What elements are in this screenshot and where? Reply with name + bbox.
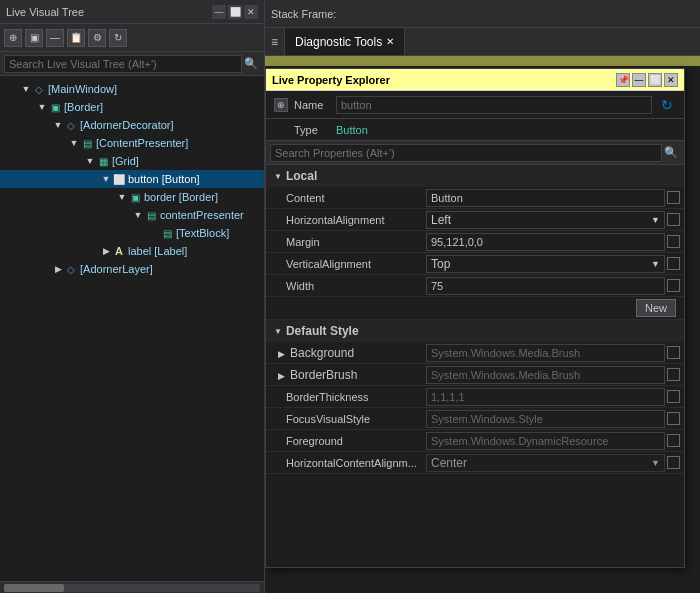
dash-icon-button[interactable]: — [46,29,64,47]
diag-tools-header: ≡ Diagnostic Tools ✕ [265,28,700,56]
prop-row-content: Content [266,187,684,209]
refresh-icon-button[interactable]: ↻ [109,29,127,47]
tree-item-textblock[interactable]: ▶ ▤ [TextBlock] [0,224,264,242]
lpe-restore-button[interactable]: ⬜ [648,73,662,87]
lvt-tree-content: ▼ ◇ [MainWindow] ▼ ▣ [Border] ▼ ◇ [Adorn… [0,76,264,581]
prop-input-margin[interactable] [426,233,665,251]
lvt-horizontal-scrollbar[interactable] [0,581,264,593]
lvt-restore-button[interactable]: ⬜ [228,5,242,19]
prop-value-foreground [426,432,684,450]
tree-label-adorner-decorator: [AdornerDecorator] [80,119,174,131]
prop-checkbox-valign[interactable] [667,257,680,270]
expand-background-icon[interactable]: ▶ [278,349,285,359]
prop-dropdown-hcalign[interactable]: Center ▼ [426,454,665,472]
tree-label-mainwindow: [MainWindow] [48,83,117,95]
local-section-header[interactable]: ▼ Local [266,165,684,187]
expand-button-icon[interactable]: ▼ [100,173,112,185]
prop-checkbox-width[interactable] [667,279,680,292]
prop-checkbox-margin[interactable] [667,235,680,248]
prop-value-margin [426,233,684,251]
prop-input-width[interactable] [426,277,665,295]
prop-checkbox-borderthickness[interactable] [667,390,680,403]
diamond-icon: ◇ [32,82,46,96]
top-bar: Stack Frame: [265,0,700,28]
a-icon: A [112,244,126,258]
prop-dropdown-valign[interactable]: Top ▼ [426,255,665,273]
tree-label-inner-border: border [Border] [144,191,218,203]
prop-input-borderthickness[interactable] [426,388,665,406]
tree-item-adorner-layer[interactable]: ▶ ◇ [AdornerLayer] [0,260,264,278]
lpe-title-buttons: 📌 — ⬜ ✕ [616,73,678,87]
tree-item-adorner-decorator[interactable]: ▼ ◇ [AdornerDecorator] [0,116,264,134]
tree-item-button[interactable]: ▼ ⬜ button [Button] [0,170,264,188]
lpe-type-label: Type [294,124,330,136]
diag-tab-diagnostic[interactable]: Diagnostic Tools ✕ [285,28,405,55]
prop-checkbox-focusvisualstyle[interactable] [667,412,680,425]
prop-input-content[interactable] [426,189,665,207]
target-icon-button[interactable]: ⊕ [4,29,22,47]
tree-item-border[interactable]: ▼ ▣ [Border] [0,98,264,116]
tree-item-grid[interactable]: ▼ ▦ [Grid] [0,152,264,170]
scroll-thumb[interactable] [4,584,64,592]
display-icon-button[interactable]: ▣ [25,29,43,47]
prop-input-foreground[interactable] [426,432,665,450]
tree-item-mainwindow[interactable]: ▼ ◇ [MainWindow] [0,80,264,98]
prop-row-valign: VerticalAlignment Top ▼ [266,253,684,275]
diag-close-icon[interactable]: ✕ [386,36,394,47]
prop-checkbox-background[interactable] [667,346,680,359]
lvt-search-button[interactable]: 🔍 [242,55,260,73]
lvt-close-button[interactable]: ✕ [244,5,258,19]
lvt-search-input[interactable] [4,55,242,73]
diag-tab-label: Diagnostic Tools [295,35,382,49]
prop-input-borderbrush[interactable] [426,366,665,384]
chevron-down-icon2: ▼ [651,259,660,269]
lpe-search-input[interactable] [270,144,662,162]
expand-contentpres-icon[interactable]: ▼ [68,137,80,149]
lpe-name-input[interactable] [336,96,652,114]
tree-label-label: label [Label] [128,245,187,257]
textblock-icon: ▤ [160,226,174,240]
lpe-pin-button[interactable]: 📌 [616,73,630,87]
prop-row-halign: HorizontalAlignment Left ▼ [266,209,684,231]
expand-adornerlayer-icon[interactable]: ▶ [52,263,64,275]
expand-adornerdec-icon[interactable]: ▼ [52,119,64,131]
lvt-titlebar: Live Visual Tree — ⬜ ✕ [0,0,264,24]
diag-tab-a[interactable]: ≡ [265,28,285,55]
lpe-refresh-button[interactable]: ↻ [658,96,676,114]
prop-input-focusvisualstyle[interactable] [426,410,665,428]
expand-cp2-icon[interactable]: ▼ [132,209,144,221]
lvt-minimize-button[interactable]: — [212,5,226,19]
tree-item-inner-border[interactable]: ▼ ▣ border [Border] [0,188,264,206]
prop-row-width: Width [266,275,684,297]
prop-checkbox-content[interactable] [667,191,680,204]
lpe-minimize-button[interactable]: — [632,73,646,87]
prop-value-content [426,189,684,207]
prop-name-borderthickness: BorderThickness [266,391,426,403]
expand-mainwindow-icon[interactable]: ▼ [20,83,32,95]
lpe-close-button[interactable]: ✕ [664,73,678,87]
tree-item-label[interactable]: ▶ A label [Label] [0,242,264,260]
tree-item-content-presenter[interactable]: ▼ ▤ [ContentPresenter] [0,134,264,152]
clipboard-icon-button[interactable]: 📋 [67,29,85,47]
expand-border-icon[interactable]: ▼ [36,101,48,113]
prop-input-background[interactable] [426,344,665,362]
expand-borderbrush-icon[interactable]: ▶ [278,371,285,381]
prop-checkbox-borderbrush[interactable] [667,368,680,381]
prop-dropdown-halign[interactable]: Left ▼ [426,211,665,229]
diag-tab-icon: ≡ [271,35,278,49]
expand-label-icon[interactable]: ▶ [100,245,112,257]
new-button[interactable]: New [636,299,676,317]
border-icon: ▣ [128,190,142,204]
lpe-search-row: 🔍 [266,141,684,165]
prop-value-halign: Left ▼ [426,211,684,229]
prop-checkbox-halign[interactable] [667,213,680,226]
default-style-section-header[interactable]: ▼ Default Style [266,320,684,342]
expand-inner-border-icon[interactable]: ▼ [116,191,128,203]
expand-grid-icon[interactable]: ▼ [84,155,96,167]
lpe-target-icon[interactable]: ⊕ [274,98,288,112]
yellow-banner [265,56,700,66]
prop-checkbox-hcalign[interactable] [667,456,680,469]
prop-checkbox-foreground[interactable] [667,434,680,447]
settings-icon-button[interactable]: ⚙ [88,29,106,47]
tree-item-content-presenter2[interactable]: ▼ ▤ contentPresenter [0,206,264,224]
